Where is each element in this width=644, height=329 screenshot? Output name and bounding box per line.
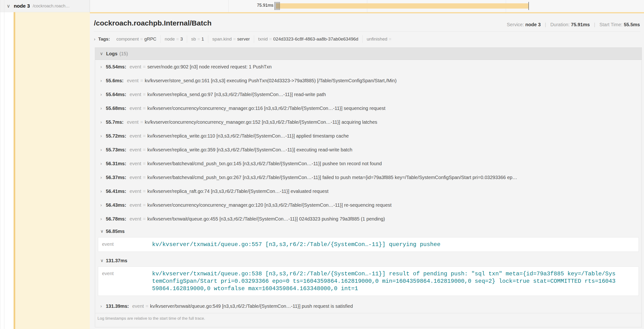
span-color-accent bbox=[14, 12, 15, 329]
span-name-cell[interactable]: ∨ node 3 /cockroach.roach… bbox=[0, 0, 90, 12]
log-detail-table: event kv/kvserver/txnwait/queue.go:538 [… bbox=[98, 266, 639, 296]
tag-value: gRPC bbox=[144, 36, 156, 42]
log-timestamp: 56.37ms: bbox=[106, 175, 126, 180]
log-row[interactable]: › 56.78ms: event = kv/kvserver/txnwait/q… bbox=[95, 212, 642, 226]
log-row[interactable]: › 55.68ms: event = kv/kvserver/concurren… bbox=[95, 101, 642, 115]
log-field-key: event bbox=[127, 78, 139, 84]
log-field-key: event bbox=[130, 147, 141, 152]
log-message: server/node.go:902 [n3] node received re… bbox=[147, 64, 272, 70]
log-row[interactable]: › 56.41ms: event = kv/kvserver/replica_r… bbox=[95, 184, 642, 198]
chevron-right-icon: › bbox=[100, 120, 105, 125]
log-marker-tick bbox=[276, 2, 276, 10]
tag-item: component=gRPC bbox=[112, 35, 161, 43]
log-marker-tick bbox=[528, 2, 529, 10]
log-timestamp: 55.54ms: bbox=[106, 64, 126, 70]
log-marker-tick bbox=[278, 2, 278, 10]
span-overview: Service: node 3 | Duration: 75.91ms | St… bbox=[507, 22, 640, 28]
span-row: ∨ node 3 /cockroach.roach… 75.91ms bbox=[0, 0, 644, 12]
log-row[interactable]: › 56.37ms: event = kv/kvserver/batcheval… bbox=[95, 170, 642, 184]
meta-separator: | bbox=[594, 22, 595, 27]
equals-sign: = bbox=[140, 78, 143, 84]
log-row[interactable]: › 55.7ms: event = kv/kvserver/concurrenc… bbox=[95, 115, 642, 129]
header-divider bbox=[94, 32, 640, 32]
span-detail-panel: /cockroach.roachpb.Internal/Batch Servic… bbox=[90, 12, 644, 329]
equals-sign: = bbox=[146, 304, 148, 309]
chevron-right-icon: › bbox=[100, 78, 105, 83]
tag-value: 3 bbox=[180, 36, 183, 42]
log-row[interactable]: › 55.54ms: event = server/node.go:902 [n… bbox=[95, 60, 642, 74]
tag-key: node bbox=[165, 36, 175, 42]
log-field-value: kv/kvserver/txnwait/queue.go:557 [n3,s3,… bbox=[152, 241, 616, 248]
chevron-right-icon: › bbox=[100, 304, 105, 309]
start-time-value: 55.5ms bbox=[624, 22, 640, 27]
log-message: kv/kvserver/replica_raft.go:74 [n3,s3,r6… bbox=[147, 188, 328, 194]
logs-title: Logs bbox=[106, 51, 118, 56]
log-message: kv/kvserver/concurrency/concurrency_mana… bbox=[147, 106, 386, 111]
equals-sign: = bbox=[143, 161, 146, 166]
tag-item: sb=1 bbox=[187, 35, 208, 43]
log-row[interactable]: › 55.64ms: event = kv/kvserver/replica_s… bbox=[95, 88, 642, 101]
log-detail-table: event kv/kvserver/txnwait/queue.go:557 [… bbox=[98, 237, 639, 252]
chevron-down-icon[interactable]: ∨ bbox=[7, 3, 10, 9]
chevron-right-icon: › bbox=[100, 147, 105, 152]
log-field-key: event bbox=[130, 133, 141, 139]
log-message: kv/kvserver/concurrency/concurrency_mana… bbox=[147, 202, 392, 208]
equals-sign: = bbox=[389, 36, 391, 42]
logs-accordion-header[interactable]: ∨ Logs (15) bbox=[95, 48, 642, 60]
log-timestamp: 55.64ms: bbox=[106, 92, 126, 97]
equals-sign: = bbox=[269, 36, 272, 42]
log-field-key: event bbox=[130, 161, 141, 166]
log-timestamp: 55.68ms: bbox=[106, 106, 126, 111]
tag-item: txnid=024d3323-6c8f-4863-aa8b-37ab0e6349… bbox=[254, 35, 362, 43]
chevron-down-icon: ∨ bbox=[100, 258, 105, 263]
tag-key: sb bbox=[191, 36, 196, 42]
equals-sign: = bbox=[143, 133, 146, 139]
log-row[interactable]: › 56.43ms: event = kv/kvserver/concurren… bbox=[95, 198, 642, 212]
equals-sign: = bbox=[143, 106, 146, 111]
log-message: kv/kvserver/batcheval/cmd_push_txn.go:26… bbox=[147, 175, 517, 180]
chevron-right-icon: › bbox=[100, 161, 105, 166]
tag-value: 1 bbox=[202, 36, 204, 42]
log-row[interactable]: › 55.73ms: event = kv/kvserver/replica_w… bbox=[95, 143, 642, 157]
log-message: kv/kvserver/store_send.go:161 [n3,s3] ex… bbox=[145, 78, 396, 84]
equals-sign: = bbox=[176, 36, 179, 42]
log-field-key: event bbox=[130, 188, 141, 194]
span-duration-bar[interactable] bbox=[276, 3, 529, 8]
equals-sign: = bbox=[197, 36, 200, 42]
chevron-right-icon: › bbox=[100, 133, 105, 138]
chevron-down-icon: ∨ bbox=[100, 51, 103, 56]
span-operation-name: /cockroach.roach… bbox=[33, 4, 70, 8]
span-duration-label: 75.91ms bbox=[240, 3, 274, 8]
log-field-key: event bbox=[130, 106, 141, 111]
log-row[interactable]: › 55.72ms: event = kv/kvserver/replica_w… bbox=[95, 129, 642, 143]
tag-key: span.kind bbox=[212, 36, 232, 42]
equals-sign: = bbox=[143, 64, 146, 70]
equals-sign: = bbox=[140, 36, 143, 42]
log-message: kv/kvserver/replica_write.go:110 [n3,s3,… bbox=[147, 133, 349, 139]
log-row-expanded-header[interactable]: ∨ 56.85ms bbox=[95, 226, 642, 237]
log-timestamp: 55.7ms: bbox=[106, 120, 124, 125]
log-message: kv/kvserver/txnwait/queue.go:549 [n3,s3,… bbox=[150, 304, 353, 309]
logs-count: (15) bbox=[120, 51, 128, 56]
chevron-right-icon: › bbox=[100, 106, 105, 111]
log-timestamp: 56.78ms: bbox=[106, 216, 126, 222]
chevron-right-icon: › bbox=[94, 37, 95, 42]
log-message: kv/kvserver/concurrency/concurrency_mana… bbox=[145, 120, 377, 125]
log-field-value: kv/kvserver/txnwait/queue.go:538 [n3,s3,… bbox=[152, 270, 616, 292]
log-timestamp: 55.6ms: bbox=[106, 78, 124, 84]
chevron-right-icon: › bbox=[100, 202, 105, 208]
log-row[interactable]: › 131.39ms: event = kv/kvserver/txnwait/… bbox=[95, 299, 642, 313]
chevron-right-icon: › bbox=[100, 92, 105, 97]
log-timestamp: 56.43ms: bbox=[106, 202, 126, 208]
span-detail-header: /cockroach.roachpb.Internal/Batch Servic… bbox=[90, 13, 644, 27]
selected-span-strip bbox=[4, 12, 90, 329]
duration-value: 75.91ms bbox=[571, 22, 590, 27]
chevron-right-icon: › bbox=[100, 64, 105, 70]
log-row[interactable]: › 56.31ms: event = kv/kvserver/batcheval… bbox=[95, 157, 642, 170]
equals-sign: = bbox=[143, 188, 146, 194]
tags-accordion[interactable]: › Tags: component=gRPC node=3 sb=1 span.… bbox=[94, 34, 640, 44]
span-timeline-cell[interactable]: 75.91ms bbox=[90, 0, 644, 12]
log-field-key: event bbox=[127, 120, 139, 125]
log-row[interactable]: › 55.6ms: event = kv/kvserver/store_send… bbox=[95, 74, 642, 88]
log-row-expanded-header[interactable]: ∨ 131.37ms bbox=[95, 255, 642, 266]
